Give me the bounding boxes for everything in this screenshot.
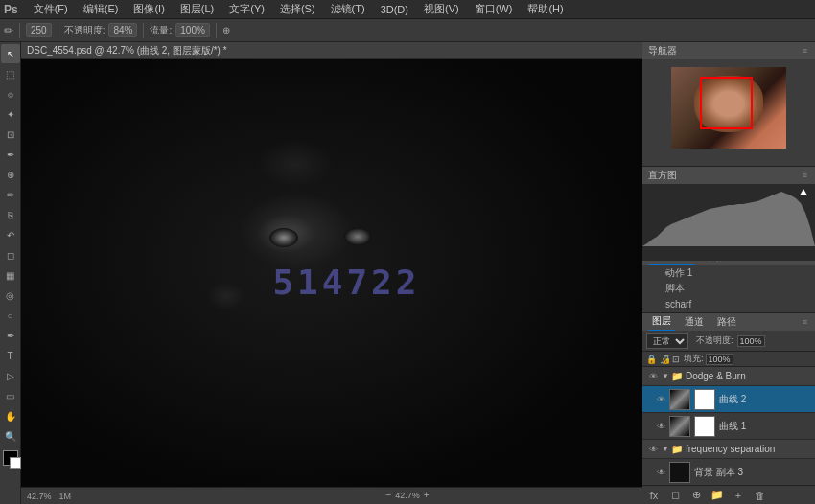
layer-expand-icon[interactable]: ▼ [662, 372, 669, 380]
eraser-tool[interactable]: ◻ [1, 245, 20, 264]
group-icon: 📁 [671, 444, 683, 454]
move-tool[interactable]: ↖ [1, 44, 20, 63]
brush-tool[interactable]: ✏ [1, 185, 20, 204]
layer-row[interactable]: 👁 曲线 1 [642, 413, 815, 440]
menu-layer[interactable]: 图层(L) [176, 2, 218, 16]
history-item-label: scharf [665, 299, 691, 309]
history-item[interactable]: 脚本 [642, 281, 815, 296]
layer-row[interactable]: 👁 曲线 2 [642, 386, 815, 413]
layer-row[interactable]: 👁 ▼ 📁 frequency separation [642, 440, 815, 459]
app-icon: Ps [4, 3, 18, 16]
flow-value[interactable]: 100% [175, 23, 210, 37]
navigator-preview[interactable] [671, 67, 786, 149]
svg-marker-0 [642, 192, 815, 246]
history-item-label: 脚本 [665, 282, 685, 295]
layer-visibility[interactable]: 👁 [654, 420, 667, 433]
tab-channels[interactable]: 通道 [681, 313, 708, 331]
menu-text[interactable]: 文字(Y) [225, 2, 268, 16]
canvas-image: 514722 实用摄影技巧 FsBus.CoM http://photo.poc… [21, 59, 642, 504]
layers-toolbar: 正常 叠加 柔光 不透明度: 100% [642, 331, 815, 352]
zoom-value-display: 42.7% [395, 491, 420, 500]
blend-mode-select[interactable]: 正常 叠加 柔光 [646, 333, 688, 349]
airbrush-icon[interactable]: ⊕ [222, 25, 230, 35]
foreground-color[interactable] [3, 450, 18, 466]
navigator-title: 导航器 [648, 44, 677, 57]
layer-visibility[interactable]: 👁 [654, 466, 667, 479]
zoom-out-btn[interactable]: − [385, 490, 391, 500]
healing-brush-tool[interactable]: ⊕ [1, 165, 20, 184]
opacity-value-layers[interactable]: 100% [737, 335, 765, 347]
zoom-tool[interactable]: 🔍 [1, 426, 20, 446]
fill-row: 🔒 🔏 ⊡ 填充: 100% [642, 352, 815, 367]
menu-image[interactable]: 图像(I) [129, 2, 168, 16]
opacity-value[interactable]: 84% [108, 23, 137, 37]
layer-mask-thumbnail [694, 389, 715, 410]
menu-file[interactable]: 文件(F) [30, 2, 72, 16]
menu-select[interactable]: 选择(S) [276, 2, 319, 16]
pen-tool[interactable]: ✒ [1, 326, 20, 345]
layer-name: frequency separation [686, 444, 811, 454]
selection-tool[interactable]: ⬚ [1, 64, 20, 83]
tools-panel: ↖ ⬚ ⌾ ✦ ⊡ ✒ ⊕ ✏ ⎘ ↶ ◻ ▦ ◎ ○ ✒ T ▷ ▭ ✋ 🔍 [0, 42, 21, 504]
layer-visibility[interactable]: 👁 [646, 443, 660, 456]
opacity-label: 不透明度: [64, 24, 105, 37]
layer-row[interactable]: 👁 背景 副本 3 [642, 459, 815, 485]
eyedropper-tool[interactable]: ✒ [1, 145, 20, 164]
zoom-in-btn[interactable]: + [424, 490, 430, 500]
layers-panel: 图层 通道 路径 ≡ 正常 叠加 柔光 不透明度: 100% 🔒 🔏 ⊡ 填充:… [642, 312, 815, 504]
canvas-title: DSC_4554.psd @ 42.7% (曲线 2, 图层蒙版/*) * [27, 44, 227, 57]
lasso-tool[interactable]: ⌾ [1, 84, 20, 103]
menu-filter[interactable]: 滤镜(T) [327, 2, 369, 16]
path-select-tool[interactable]: ▷ [1, 366, 20, 385]
add-group-btn[interactable]: 📁 [710, 488, 725, 503]
history-item[interactable]: ▼动作 1 [642, 265, 815, 281]
history-list: ▼动作 1脚本scharfauto1▼autoskin color1复制 当前 … [642, 265, 815, 312]
layer-name: 曲线 1 [719, 420, 811, 433]
history-item[interactable]: scharf [642, 296, 815, 311]
navigator-options[interactable]: ≡ [801, 46, 809, 56]
layer-row[interactable]: 👁 ▼ 📁 Dodge & Burn [642, 367, 815, 386]
layer-thumbnail [669, 389, 690, 410]
right-panels: 导航器 ≡ − 42.7% + [642, 42, 815, 504]
gradient-tool[interactable]: ▦ [1, 265, 20, 285]
menubar: Ps 文件(F) 编辑(E) 图像(I) 图层(L) 文字(Y) 选择(S) 滤… [0, 0, 815, 19]
tab-paths[interactable]: 路径 [713, 313, 740, 331]
layer-visibility[interactable]: 👁 [646, 370, 660, 383]
blur-tool[interactable]: ◎ [1, 286, 20, 305]
canvas-status-bar: 42.7% 1M [21, 487, 642, 504]
add-adjustment-btn[interactable]: ⊕ [688, 488, 704, 503]
dodge-tool[interactable]: ○ [1, 306, 20, 325]
menu-3d[interactable]: 3D(D) [377, 4, 412, 15]
history-item[interactable]: auto1 [642, 311, 815, 312]
shape-tool[interactable]: ▭ [1, 386, 20, 405]
layers-options-btn[interactable]: ≡ [801, 317, 809, 327]
menu-edit[interactable]: 编辑(E) [80, 2, 123, 16]
add-style-btn[interactable]: fx [646, 488, 662, 503]
layer-name: 背景 副本 3 [694, 466, 811, 479]
tab-layers[interactable]: 图层 [648, 312, 675, 332]
text-tool[interactable]: T [1, 346, 20, 365]
fill-value[interactable]: 100% [706, 354, 734, 365]
watermark-center: 514722 [272, 263, 420, 302]
add-layer-btn[interactable]: + [731, 488, 746, 503]
layer-mask-thumbnail [694, 416, 715, 437]
svg-marker-1 [800, 189, 807, 195]
layer-expand-icon[interactable]: ▼ [662, 445, 669, 453]
menu-window[interactable]: 窗口(W) [471, 2, 517, 16]
magic-wand-tool[interactable]: ✦ [1, 104, 20, 124]
layer-visibility[interactable]: 👁 [654, 393, 667, 406]
menu-help[interactable]: 帮助(H) [524, 2, 567, 16]
add-mask-btn[interactable]: ◻ [667, 488, 683, 503]
layer-name: Dodge & Burn [686, 371, 811, 381]
brush-size-input[interactable]: 250 [26, 23, 52, 37]
crop-tool[interactable]: ⊡ [1, 125, 20, 144]
clone-stamp-tool[interactable]: ⎘ [1, 205, 20, 224]
history-brush-tool[interactable]: ↶ [1, 225, 20, 244]
histogram-title: 直方图 [648, 169, 677, 182]
histogram-options[interactable]: ≡ [801, 171, 809, 180]
canvas-content[interactable]: 514722 实用摄影技巧 FsBus.CoM http://photo.poc… [21, 59, 642, 504]
menu-view[interactable]: 视图(V) [420, 2, 463, 16]
delete-layer-btn[interactable]: 🗑 [752, 488, 767, 503]
canvas-zoom-display: 42.7% [27, 492, 52, 501]
hand-tool[interactable]: ✋ [1, 406, 20, 425]
